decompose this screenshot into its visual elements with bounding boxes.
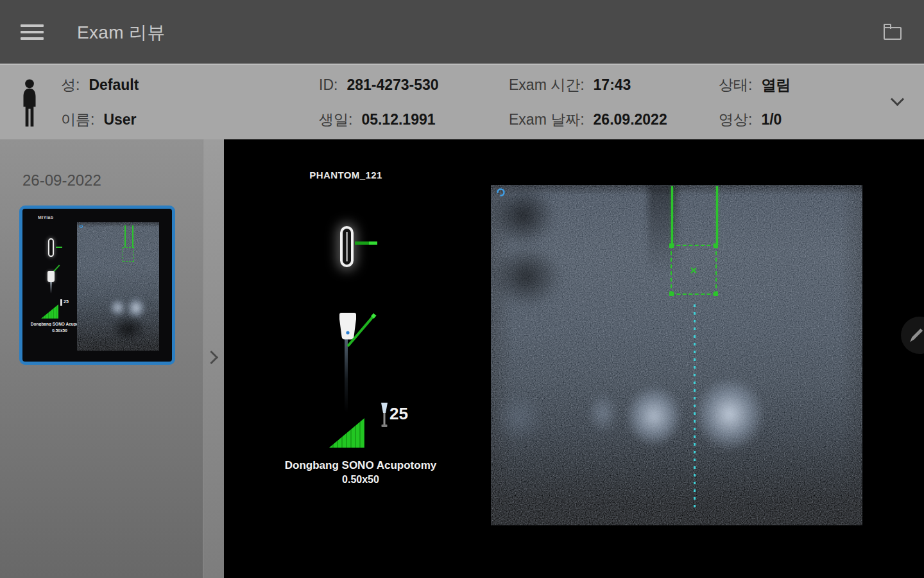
chevron-right-icon[interactable] [205, 351, 218, 364]
needle-guide-line-left [671, 186, 673, 245]
sidebar-date-header: 26-09-2022 [22, 171, 101, 189]
acoustic-shadow [491, 246, 561, 307]
patient-info-bar: 성:Default 이름:User ID:281-4273-530 생일:05.… [0, 64, 924, 139]
page-title: Exam 리뷰 [77, 21, 165, 45]
orientation-marker-icon [496, 187, 506, 199]
thumbnail-shadow [110, 316, 146, 342]
patient-id: ID:281-4273-530 [319, 73, 439, 97]
thumbnail-roi-box [123, 247, 134, 262]
tgc-triangle-icon [329, 418, 364, 448]
needle-gauge-icon [379, 401, 390, 432]
needle-guide-line-right [716, 186, 718, 245]
exam-time: Exam 시간:17:43 [509, 73, 631, 97]
chevron-down-icon[interactable] [891, 92, 904, 106]
device-name: Dongbang SONO Acupotomy [264, 459, 457, 472]
faint-echo [493, 392, 545, 443]
edit-button[interactable] [901, 317, 924, 354]
patient-name: 이름:User [61, 107, 137, 132]
top-app-bar: Exam 리뷰 [0, 0, 924, 64]
exam-status: 상태:열림 [719, 73, 791, 97]
thumbnail-gauge-value: 25 [64, 299, 69, 304]
device-size: 0.50x50 [264, 474, 457, 486]
thumbnail-capsule-icon [48, 238, 54, 257]
centerline-dotted-marker [694, 304, 696, 507]
capsule-probe-icon [340, 226, 354, 267]
target-x-marker [690, 265, 697, 277]
thumbnail-needle-indicator [56, 247, 62, 248]
thumbnail-lesion [109, 299, 126, 317]
faint-echo [586, 392, 619, 434]
image-viewer: PHANTOM_121 25 Dongbang SONO Acupotomy 0… [224, 139, 924, 578]
thumbnail-guide-line [132, 225, 133, 247]
thumbnail-probe-icon [47, 271, 55, 282]
ultrasound-beam [345, 339, 348, 412]
exam-image-thumbnail[interactable]: MIYlab 25 Dongbang SONO Acupotomy 0.50x5… [19, 206, 175, 365]
exam-review-screen: { "app": { "title": "Exam 리뷰" }, "patien… [0, 0, 924, 578]
needle-direction-indicator [355, 241, 377, 245]
thumbnail-tgc-triangle [41, 304, 58, 319]
ultrasound-image[interactable] [491, 185, 862, 525]
thumbnail-ultrasound [77, 222, 159, 351]
thumbnail-gauge-icon [60, 299, 62, 306]
image-count: 영상:1/0 [719, 107, 782, 132]
hyperechoic-lesion [625, 385, 683, 447]
thumbnail-orientation-marker [80, 225, 83, 228]
hyperechoic-lesion [694, 377, 765, 451]
thumbnail-beam [50, 282, 52, 293]
needle-gauge-value: 25 [389, 404, 408, 424]
content-area: 26-09-2022 MIYlab 25 Dongbang SONO Acupo… [0, 139, 924, 578]
patient-surname: 성:Default [61, 73, 139, 97]
folder-icon[interactable] [883, 23, 903, 41]
menu-icon[interactable] [21, 24, 44, 41]
thumbnail-logo: MIYlab [38, 215, 53, 220]
exam-date: Exam 날짜:26.09.2022 [509, 107, 667, 132]
patient-birthdate: 생일:05.12.1991 [319, 107, 436, 132]
patient-icon [21, 79, 38, 130]
phantom-label: PHANTOM_121 [302, 170, 389, 180]
sidebar-collapse-handle[interactable] [203, 139, 224, 578]
thumbnail-guide-line [124, 225, 126, 247]
thumbnail-sidebar: 26-09-2022 MIYlab 25 Dongbang SONO Acupo… [0, 139, 203, 578]
